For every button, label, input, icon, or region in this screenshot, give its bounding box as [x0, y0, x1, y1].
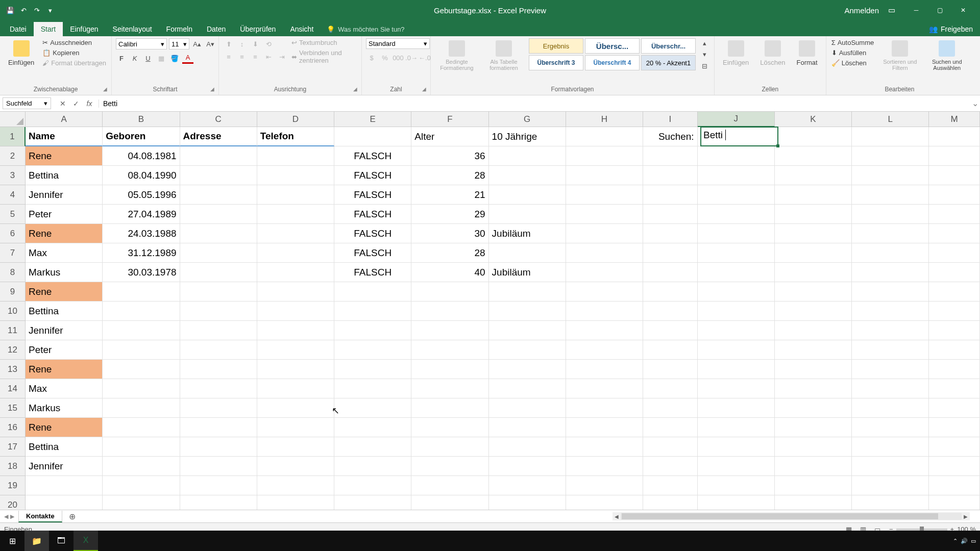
cell-D6[interactable] — [257, 224, 334, 243]
bold-button[interactable]: F — [116, 53, 127, 64]
cell-H16[interactable] — [566, 418, 643, 437]
cell-J19[interactable] — [698, 476, 775, 495]
cell-D10[interactable] — [257, 302, 334, 321]
cell-E18[interactable] — [334, 457, 411, 476]
wrap-text-button[interactable]: ↩Textumbruch — [290, 38, 357, 47]
cell-K15[interactable] — [775, 398, 852, 418]
font-name-dropdown[interactable]: Calibri▾ — [116, 38, 167, 49]
cell-C8[interactable] — [180, 263, 257, 282]
cell-B4[interactable]: 05.05.1996 — [103, 185, 180, 205]
cell-F3[interactable]: 28 — [411, 166, 488, 185]
row-header-10[interactable]: 10 — [0, 302, 26, 321]
tray-volume-icon[interactable]: 🔊 — [961, 538, 968, 544]
cell-A15[interactable]: Markus — [26, 398, 103, 418]
cell-G12[interactable] — [489, 340, 566, 360]
cell-M8[interactable] — [929, 263, 980, 282]
cell-L20[interactable] — [852, 495, 929, 510]
cell-A18[interactable]: Jennifer — [26, 457, 103, 476]
cell-F18[interactable] — [411, 457, 488, 476]
close-button[interactable]: ✕ — [951, 0, 975, 20]
cell-B15[interactable] — [103, 398, 180, 418]
cell-H19[interactable] — [566, 476, 643, 495]
cell-C14[interactable] — [180, 379, 257, 398]
cell-G5[interactable] — [489, 205, 566, 224]
col-header-G[interactable]: G — [489, 112, 566, 127]
row-header-17[interactable]: 17 — [0, 437, 26, 457]
cell-J5[interactable] — [698, 205, 775, 224]
cell-E16[interactable] — [334, 418, 411, 437]
row-header-4[interactable]: 4 — [0, 185, 26, 205]
cell-I4[interactable] — [643, 185, 698, 205]
cell-H11[interactable] — [566, 321, 643, 340]
row-header-1[interactable]: 1 — [0, 127, 26, 146]
cut-button[interactable]: ✂Ausschneiden — [41, 38, 107, 47]
cell-H5[interactable] — [566, 205, 643, 224]
cell-L17[interactable] — [852, 437, 929, 457]
row-header-16[interactable]: 16 — [0, 418, 26, 437]
cell-G9[interactable] — [489, 282, 566, 302]
cell-H10[interactable] — [566, 302, 643, 321]
cell-F12[interactable] — [411, 340, 488, 360]
cell-B9[interactable] — [103, 282, 180, 302]
cell-B20[interactable] — [103, 495, 180, 510]
row-header-19[interactable]: 19 — [0, 476, 26, 495]
cell-M7[interactable] — [929, 243, 980, 263]
clear-button[interactable]: 🧹Löschen — [830, 59, 875, 67]
cell-A12[interactable]: Peter — [26, 340, 103, 360]
percent-icon[interactable]: % — [379, 52, 390, 63]
col-header-K[interactable]: K — [775, 112, 852, 127]
cell-M14[interactable] — [929, 379, 980, 398]
cell-D9[interactable] — [257, 282, 334, 302]
taskbar-explorer[interactable]: 📁 — [24, 531, 49, 551]
cell-C16[interactable] — [180, 418, 257, 437]
cell-D18[interactable] — [257, 457, 334, 476]
cell-F2[interactable]: 36 — [411, 146, 488, 166]
cell-G19[interactable] — [489, 476, 566, 495]
cell-L18[interactable] — [852, 457, 929, 476]
tab-formeln[interactable]: Formeln — [159, 22, 200, 36]
cell-I6[interactable] — [643, 224, 698, 243]
align-left-icon[interactable]: ≡ — [223, 51, 234, 62]
cell-J11[interactable] — [698, 321, 775, 340]
col-header-J[interactable]: J — [698, 112, 775, 127]
signin-link[interactable]: Anmelden — [844, 6, 879, 15]
cell-A9[interactable]: Rene — [26, 282, 103, 302]
cell-B10[interactable] — [103, 302, 180, 321]
sheet-nav-prev[interactable]: ◀ — [4, 513, 8, 520]
cell-B11[interactable] — [103, 321, 180, 340]
cell-F14[interactable] — [411, 379, 488, 398]
cell-I19[interactable] — [643, 476, 698, 495]
cell-E14[interactable] — [334, 379, 411, 398]
cell-G2[interactable] — [489, 146, 566, 166]
cell-L6[interactable] — [852, 224, 929, 243]
cell-D1[interactable]: Telefon — [257, 127, 334, 146]
merge-center-button[interactable]: ⬌Verbinden und zentrieren — [290, 48, 357, 65]
indent-dec-icon[interactable]: ⇤ — [263, 51, 274, 62]
format-as-table-button[interactable]: Als Tabelle formatieren — [482, 38, 526, 73]
orientation-icon[interactable]: ⟲ — [263, 38, 274, 49]
cell-J2[interactable] — [698, 146, 775, 166]
cell-A5[interactable]: Peter — [26, 205, 103, 224]
font-launcher[interactable]: ◢ — [210, 86, 217, 93]
cell-K7[interactable] — [775, 243, 852, 263]
cell-B8[interactable]: 30.03.1978 — [103, 263, 180, 282]
cell-J9[interactable] — [698, 282, 775, 302]
cell-L5[interactable] — [852, 205, 929, 224]
cell-E9[interactable] — [334, 282, 411, 302]
cell-G10[interactable] — [489, 302, 566, 321]
cell-A13[interactable]: Rene — [26, 360, 103, 379]
cell-L13[interactable] — [852, 360, 929, 379]
tab-datei[interactable]: Datei — [3, 22, 34, 36]
cell-E13[interactable] — [334, 360, 411, 379]
cell-C7[interactable] — [180, 243, 257, 263]
gallery-more-icon[interactable]: ⊟ — [699, 61, 710, 71]
cell-A4[interactable]: Jennifer — [26, 185, 103, 205]
cell-J16[interactable] — [698, 418, 775, 437]
align-top-icon[interactable]: ⬆ — [223, 38, 234, 49]
cell-I18[interactable] — [643, 457, 698, 476]
cell-F7[interactable]: 28 — [411, 243, 488, 263]
cell-K12[interactable] — [775, 340, 852, 360]
cell-L9[interactable] — [852, 282, 929, 302]
cell-D2[interactable] — [257, 146, 334, 166]
cell-M3[interactable] — [929, 166, 980, 185]
